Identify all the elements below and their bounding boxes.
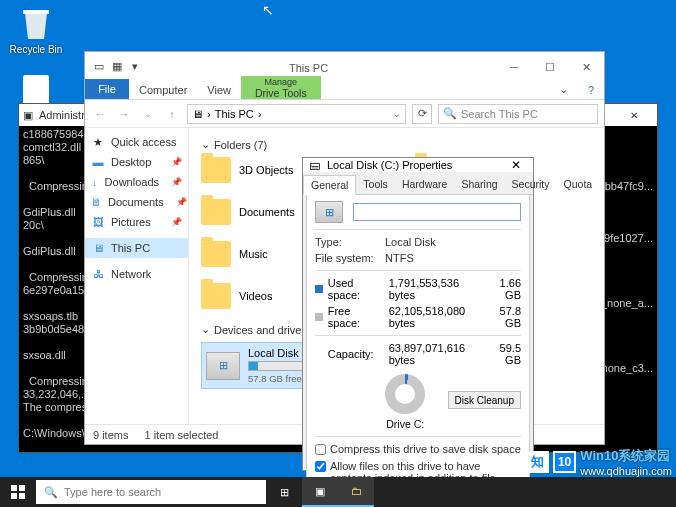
folder-icon <box>201 157 231 183</box>
drive-icon: ⊞ <box>315 201 343 223</box>
taskbar-search[interactable]: 🔍Type here to search <box>36 480 266 504</box>
svg-rect-3 <box>19 485 25 491</box>
folder-documents[interactable]: Documents <box>201 199 295 225</box>
status-selection: 1 item selected <box>144 429 218 441</box>
tab-sharing[interactable]: Sharing <box>454 175 504 194</box>
search-placeholder: Type here to search <box>64 486 161 498</box>
tab-tools[interactable]: Tools <box>356 175 395 194</box>
sidebar-label: Documents <box>108 196 164 208</box>
breadcrumb[interactable]: This PC <box>215 108 254 120</box>
used-bytes: 1,791,553,536 bytes <box>389 277 482 301</box>
maximize-button[interactable]: ☐ <box>532 56 568 78</box>
sidebar-label: Desktop <box>111 156 151 168</box>
drive-icon: 🖴 <box>309 159 323 171</box>
folder-icon <box>201 241 231 267</box>
free-gb: 57.8 GB <box>486 305 521 329</box>
sidebar-item-network[interactable]: 🖧Network <box>85 264 188 284</box>
label: Free space: <box>328 305 384 329</box>
search-placeholder: Search This PC <box>461 108 538 120</box>
nav-history-button[interactable]: ⌄ <box>139 105 157 123</box>
tab-security[interactable]: Security <box>505 175 557 194</box>
sidebar-item-pictures[interactable]: 🖼Pictures📌 <box>85 212 188 232</box>
nav-up-button[interactable]: ↑ <box>163 105 181 123</box>
sidebar-item-documents[interactable]: 🗎Documents📌 <box>85 192 188 212</box>
compress-checkbox[interactable] <box>315 444 326 455</box>
svg-rect-4 <box>11 493 17 499</box>
tab-quota[interactable]: Quota <box>557 175 600 194</box>
disk-cleanup-button[interactable]: Disk Cleanup <box>448 391 521 409</box>
svg-rect-2 <box>11 485 17 491</box>
desktop-icon-label: Recycle Bin <box>10 44 63 55</box>
dialog-title: Local Disk (C:) Properties <box>327 159 452 171</box>
ribbon-expand-icon[interactable]: ⌄ <box>549 80 578 99</box>
ribbon-tab-computer[interactable]: Computer <box>129 81 197 99</box>
ribbon-tab-file[interactable]: File <box>85 79 129 99</box>
used-swatch <box>315 285 323 293</box>
desktop-recycle-bin[interactable]: Recycle Bin <box>6 6 66 55</box>
properties-dialog: 🖴 Local Disk (C:) Properties ✕ General T… <box>302 157 534 471</box>
search-box[interactable]: 🔍 Search This PC <box>438 104 598 124</box>
help-icon[interactable]: ? <box>578 81 604 99</box>
sidebar-label: This PC <box>111 242 150 254</box>
chevron-down-icon: ⌄ <box>201 323 210 336</box>
star-icon: ★ <box>91 135 105 149</box>
tab-hardware[interactable]: Hardware <box>395 175 455 194</box>
refresh-button[interactable]: ⟳ <box>412 104 432 124</box>
folder-3d-objects[interactable]: 3D Objects <box>201 157 295 183</box>
addr-dropdown-icon[interactable]: ⌄ <box>392 107 401 120</box>
search-icon: 🔍 <box>443 107 457 120</box>
nav-back-button[interactable]: ← <box>91 105 109 123</box>
ribbon-context-tab: Drive Tools <box>255 87 307 99</box>
dialog-titlebar[interactable]: 🖴 Local Disk (C:) Properties ✕ <box>303 158 533 172</box>
qat-newfolder-icon[interactable]: ▦ <box>109 58 125 74</box>
watermark-brand: Win10系统家园 <box>580 447 672 465</box>
close-button[interactable]: ✕ <box>568 56 604 78</box>
tab-general[interactable]: General <box>303 175 356 195</box>
breadcrumb-separator: › <box>207 108 211 120</box>
close-button[interactable]: ✕ <box>505 158 527 172</box>
minimize-button[interactable]: ─ <box>496 56 532 78</box>
drive-label-input[interactable] <box>353 203 521 221</box>
zhihu-logo: 知 <box>527 451 549 473</box>
taskbar-app-cmd[interactable]: ▣ <box>302 477 338 507</box>
nav-forward-button[interactable]: → <box>115 105 133 123</box>
svg-rect-0 <box>23 75 49 105</box>
start-button[interactable] <box>0 477 36 507</box>
sidebar-label: Quick access <box>111 136 176 148</box>
sidebar-item-desktop[interactable]: ▬Desktop📌 <box>85 152 188 172</box>
sidebar-label: Downloads <box>105 176 159 188</box>
section-folders[interactable]: ⌄Folders (7) <box>201 138 592 151</box>
document-icon: 🗎 <box>91 195 102 209</box>
pc-icon: 🖥 <box>192 108 203 120</box>
drive-icon: ⊞ <box>206 352 240 380</box>
close-button[interactable]: ✕ <box>615 104 653 126</box>
win10-badge: 10 <box>553 451 576 473</box>
index-checkbox[interactable] <box>315 461 326 472</box>
folder-label: Videos <box>239 290 272 302</box>
download-icon: ↓ <box>91 175 99 189</box>
free-swatch <box>315 313 323 321</box>
checkbox-label: Compress this drive to save disk space <box>330 443 521 456</box>
ribbon-tab-view[interactable]: View <box>197 81 241 99</box>
pin-icon: 📌 <box>176 197 187 207</box>
svg-rect-5 <box>19 493 25 499</box>
folder-videos[interactable]: Videos <box>201 283 295 309</box>
sidebar-item-this-pc[interactable]: 🖥This PC <box>85 238 188 258</box>
address-bar[interactable]: 🖥 › This PC › ⌄ <box>187 104 406 124</box>
compress-checkbox-row[interactable]: Compress this drive to save disk space <box>315 443 521 456</box>
ribbon-tab-drive-tools[interactable]: Manage Drive Tools <box>241 76 321 99</box>
recycle-bin-icon <box>18 6 54 42</box>
sidebar-item-downloads[interactable]: ↓Downloads📌 <box>85 172 188 192</box>
folder-icon <box>201 199 231 225</box>
pin-icon: 📌 <box>171 217 182 227</box>
task-view-button[interactable]: ⊞ <box>266 477 302 507</box>
folder-icon <box>201 283 231 309</box>
sidebar-item-quick-access[interactable]: ★Quick access <box>85 132 188 152</box>
taskbar-app-explorer[interactable]: 🗀 <box>338 477 374 507</box>
taskbar: 🔍Type here to search ⊞ ▣ 🗀 <box>0 477 676 507</box>
folder-music[interactable]: Music <box>201 241 295 267</box>
qat-dropdown-icon[interactable]: ▾ <box>127 58 143 74</box>
qat-properties-icon[interactable]: ▭ <box>91 58 107 74</box>
desktop-icon: ▬ <box>91 155 105 169</box>
sidebar-label: Network <box>111 268 151 280</box>
